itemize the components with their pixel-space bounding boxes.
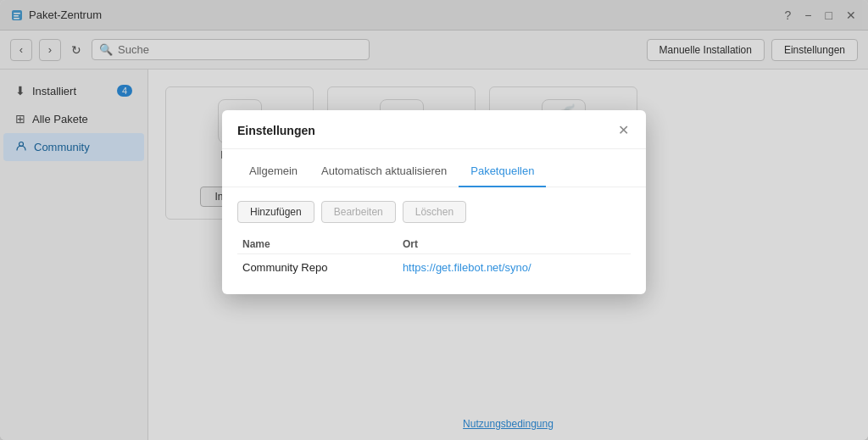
settings-modal: Einstellungen ✕ Allgemein Automatisch ak… [222,110,646,294]
modal-title: Einstellungen [237,124,616,137]
modal-close-button[interactable]: ✕ [616,122,631,138]
sources-table: Name Ort Community Repo https://get.file… [237,235,631,281]
repo-ort-cell: https://get.filebot.net/syno/ [398,254,631,281]
modal-tabs: Allgemein Automatisch aktualisieren Pake… [222,149,646,187]
add-button[interactable]: Hinzufügen [237,201,314,223]
delete-button[interactable]: Löschen [403,201,466,223]
col-name-header: Name [237,235,398,254]
edit-button[interactable]: Bearbeiten [321,201,396,223]
col-ort-header: Ort [398,235,631,254]
modal-overlay: Einstellungen ✕ Allgemein Automatisch ak… [0,0,868,440]
modal-body: Hinzufügen Bearbeiten Löschen Name Ort C… [222,187,646,294]
tab-paketquellen[interactable]: Paketquellen [459,159,546,187]
tab-allgemein[interactable]: Allgemein [237,159,309,187]
modal-toolbar: Hinzufügen Bearbeiten Löschen [237,201,631,223]
repo-name-cell: Community Repo [237,254,398,281]
modal-header: Einstellungen ✕ [222,110,646,149]
tab-auto-update[interactable]: Automatisch aktualisieren [309,159,459,187]
table-row[interactable]: Community Repo https://get.filebot.net/s… [237,254,631,281]
